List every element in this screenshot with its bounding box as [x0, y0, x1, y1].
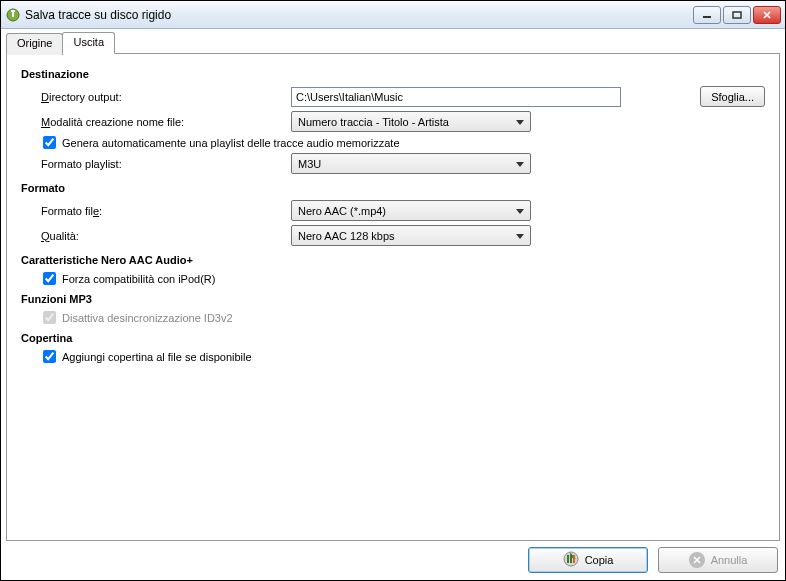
id3v2-desync-checkbox: [43, 311, 56, 324]
label-add-cover: Aggiungi copertina al file se disponibil…: [62, 351, 252, 363]
label-ipod-compat: Forza compatibilità con iPod(R): [62, 273, 215, 285]
app-icon: [5, 7, 21, 23]
svg-rect-4: [733, 12, 741, 18]
gen-playlist-checkbox[interactable]: [43, 136, 56, 149]
titlebar: Salva tracce su disco rigido: [1, 1, 785, 29]
label-quality: Qualità:: [41, 230, 291, 242]
footer: Copia Annulla: [8, 545, 778, 575]
directory-output-input[interactable]: [291, 87, 621, 107]
tabstrip: Origine Uscita: [6, 32, 780, 54]
copia-icon: [563, 551, 579, 569]
ipod-compat-checkbox[interactable]: [43, 272, 56, 285]
annulla-button[interactable]: Annulla: [658, 547, 778, 573]
section-neroaac: Caratteristiche Nero AAC Audio+: [21, 254, 765, 266]
label-file-format: Formato file:: [41, 205, 291, 217]
copia-button[interactable]: Copia: [528, 547, 648, 573]
svg-rect-3: [703, 16, 711, 18]
tab-origine[interactable]: Origine: [6, 33, 63, 55]
section-formato: Formato: [21, 182, 765, 194]
filename-mode-select[interactable]: Numero traccia - Titolo - Artista: [291, 111, 531, 132]
playlist-format-select[interactable]: M3U: [291, 153, 531, 174]
cancel-icon: [689, 552, 705, 568]
section-destinazione: Destinazione: [21, 68, 765, 80]
file-format-select[interactable]: Nero AAC (*.mp4): [291, 200, 531, 221]
section-mp3: Funzioni MP3: [21, 293, 765, 305]
section-copertina: Copertina: [21, 332, 765, 344]
minimize-button[interactable]: [693, 6, 721, 24]
tab-panel-uscita: Destinazione Directory output: Sfoglia..…: [6, 53, 780, 541]
tab-uscita[interactable]: Uscita: [62, 32, 115, 54]
window-title: Salva tracce su disco rigido: [25, 8, 693, 22]
label-gen-playlist: Genera automaticamente una playlist dell…: [62, 137, 400, 149]
add-cover-checkbox[interactable]: [43, 350, 56, 363]
browse-button[interactable]: Sfoglia...: [700, 86, 765, 107]
quality-select[interactable]: Nero AAC 128 kbps: [291, 225, 531, 246]
label-playlist-format: Formato playlist:: [41, 158, 291, 170]
label-filename-mode: Modalità creazione nome file:: [41, 116, 291, 128]
close-button[interactable]: [753, 6, 781, 24]
svg-rect-2: [11, 10, 15, 12]
label-id3v2-desync: Disattiva desincronizzazione ID3v2: [62, 312, 233, 324]
maximize-button[interactable]: [723, 6, 751, 24]
label-directory-output: Directory output:: [41, 91, 291, 103]
